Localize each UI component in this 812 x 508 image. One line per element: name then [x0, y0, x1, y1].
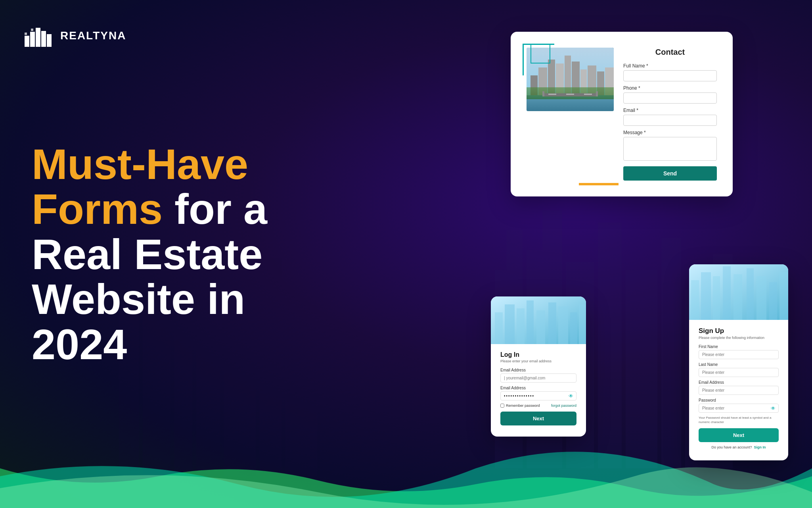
message-label: Message * [623, 130, 717, 135]
phone-input[interactable] [623, 92, 717, 104]
svg-rect-59 [747, 268, 754, 320]
svg-rect-62 [779, 272, 788, 320]
eye-icon[interactable]: 👁 [569, 393, 573, 399]
signup-card-content: Sign Up Please complete the following in… [699, 327, 779, 449]
svg-rect-46 [517, 308, 525, 344]
left-content: Must-Have Forms for a Real Estate Websit… [32, 142, 309, 367]
login-email-input[interactable] [500, 373, 576, 383]
login-card-content: Log In Please enter your email address E… [500, 351, 576, 425]
headline-forms: Forms [32, 185, 163, 233]
svg-rect-51 [570, 312, 577, 344]
full-name-input[interactable] [623, 70, 717, 81]
headline-line4: Website in 2024 [32, 275, 245, 368]
contact-form-title: Contact [623, 48, 717, 57]
password-hint: Your Password should have at least a sym… [699, 416, 779, 424]
signin-link[interactable]: Sign In [754, 445, 766, 449]
login-title: Log In [500, 351, 576, 358]
first-name-label: First Name [699, 344, 779, 349]
svg-rect-20 [41, 31, 46, 47]
remember-row: Remember password forgot password [500, 404, 576, 408]
email-label: Email * [623, 108, 717, 113]
svg-rect-18 [30, 32, 35, 47]
headline-line1: Must-Have [32, 140, 248, 188]
forms-area: Contact Full Name * Phone * Email * Mess… [491, 32, 788, 468]
login-form-card: Log In Please enter your email address E… [491, 296, 586, 437]
svg-rect-58 [733, 274, 742, 320]
login-subtitle: Please enter your email address [500, 359, 576, 363]
first-name-input[interactable] [699, 350, 779, 359]
image-decoration-orange [579, 183, 619, 185]
contact-form-fields: Contact Full Name * Phone * Email * Mess… [623, 48, 717, 181]
svg-rect-57 [723, 266, 731, 320]
signin-prompt: Do you have an account? Sign In [699, 445, 779, 449]
svg-rect-19 [36, 28, 40, 47]
image-decoration-square [530, 44, 550, 64]
svg-rect-56 [713, 276, 720, 320]
headline-for-a: for a [163, 185, 267, 233]
remember-checkbox[interactable] [500, 404, 504, 408]
signup-email-label: Email Address [699, 380, 779, 385]
signup-form-card: Sign Up Please complete the following in… [689, 264, 788, 460]
login-password-input[interactable] [500, 391, 576, 400]
logo-area: REALTYNA [24, 24, 126, 48]
svg-rect-41 [566, 94, 574, 95]
svg-rect-47 [527, 300, 534, 344]
signin-prompt-text: Do you have an account? [711, 445, 752, 449]
signup-password-label: Password [699, 398, 779, 402]
signup-card-background [689, 264, 788, 320]
signup-password-input[interactable] [699, 404, 779, 413]
svg-rect-55 [701, 272, 711, 320]
message-textarea[interactable] [623, 137, 717, 161]
svg-rect-61 [769, 282, 777, 320]
remember-label: Remember password [506, 404, 540, 408]
svg-rect-40 [548, 94, 556, 95]
svg-rect-38 [542, 91, 544, 96]
last-name-input[interactable] [699, 368, 779, 377]
svg-rect-49 [548, 302, 556, 344]
remember-left: Remember password [500, 404, 540, 408]
realtyna-logo-icon [24, 24, 56, 48]
svg-rect-54 [691, 280, 699, 320]
send-button[interactable]: Send [623, 166, 717, 181]
signup-eye-icon[interactable]: 👁 [771, 406, 776, 411]
svg-rect-42 [584, 94, 592, 95]
signup-email-input[interactable] [699, 386, 779, 395]
email-input[interactable] [623, 115, 717, 126]
last-name-label: Last Name [699, 362, 779, 367]
login-password-label: Email Address [500, 386, 576, 390]
phone-label: Phone * [623, 85, 717, 91]
svg-rect-21 [47, 34, 52, 47]
svg-rect-52 [579, 304, 586, 344]
svg-rect-22 [25, 33, 27, 35]
svg-rect-48 [536, 310, 545, 344]
svg-rect-50 [558, 306, 568, 344]
contact-form-card: Contact Full Name * Phone * Email * Mess… [511, 32, 733, 196]
svg-rect-44 [495, 312, 503, 344]
headline-line3: Real Estate [32, 230, 262, 278]
login-email-label: Email Address [500, 368, 576, 372]
login-next-button[interactable]: Next [500, 412, 576, 425]
signup-next-button[interactable]: Next [699, 428, 779, 442]
signup-password-wrapper: 👁 [699, 404, 779, 413]
full-name-label: Full Name * [623, 63, 717, 69]
svg-rect-39 [596, 91, 598, 96]
signup-subtitle: Please complete the following informatio… [699, 336, 779, 340]
password-input-wrapper: 👁 [500, 391, 576, 400]
contact-image-area [527, 48, 614, 181]
logo-text: REALTYNA [60, 29, 126, 42]
svg-rect-45 [505, 304, 515, 344]
svg-rect-60 [756, 276, 766, 320]
login-card-background [491, 296, 586, 344]
svg-rect-17 [25, 36, 29, 47]
svg-rect-23 [31, 29, 33, 31]
headline: Must-Have Forms for a Real Estate Websit… [32, 142, 309, 367]
signup-title: Sign Up [699, 327, 779, 335]
forgot-password-link[interactable]: forgot password [551, 404, 576, 408]
